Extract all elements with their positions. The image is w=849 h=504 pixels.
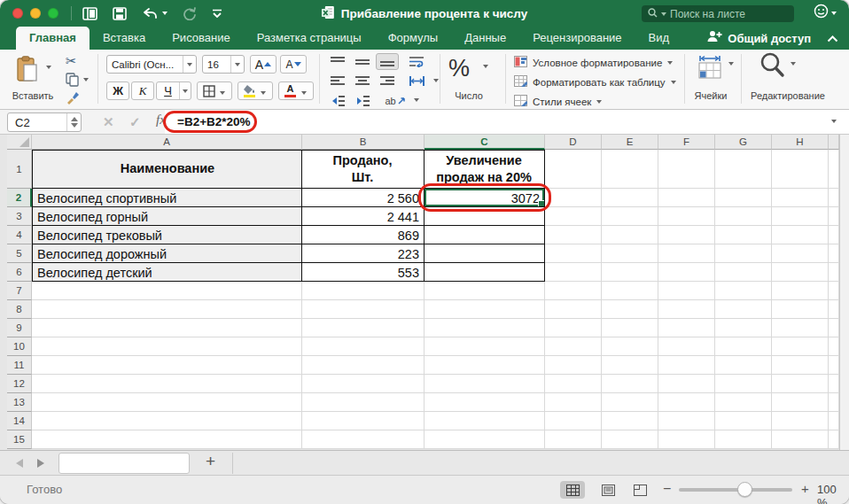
row-header-15[interactable]: 15 [7, 430, 32, 449]
cell-H8[interactable] [772, 300, 829, 319]
cell-C4[interactable] [424, 226, 545, 244]
workbook-icon[interactable] [82, 7, 97, 20]
cell-H10[interactable] [772, 337, 829, 356]
cell-E12[interactable] [602, 375, 658, 393]
cells-dropdown-icon[interactable] [728, 62, 734, 66]
paste-button[interactable] [11, 53, 43, 85]
enter-icon[interactable]: ✓ [129, 114, 141, 130]
bold-button[interactable]: Ж [106, 81, 129, 100]
normal-view-button[interactable] [560, 481, 585, 499]
row-header-9[interactable]: 9 [7, 319, 32, 337]
cell-F8[interactable] [658, 300, 715, 319]
cell-A2[interactable]: Велосипед спортивный [32, 189, 302, 207]
insert-function-icon[interactable]: fx [156, 112, 166, 128]
cell-H13[interactable] [772, 393, 829, 412]
wrap-text-button[interactable] [404, 53, 429, 70]
page-break-view-button[interactable] [627, 481, 652, 499]
select-all-corner[interactable] [7, 135, 32, 150]
cell-C8[interactable] [424, 300, 545, 319]
cell-E14[interactable] [602, 412, 658, 430]
cell-E11[interactable] [602, 356, 658, 375]
row-header-6[interactable]: 6 [7, 263, 32, 282]
merge-cells-button[interactable] [404, 73, 429, 89]
cell-G9[interactable] [715, 319, 772, 337]
feedback-control[interactable] [814, 4, 837, 22]
tab-3[interactable]: Разметка страницы [244, 27, 375, 50]
percent-style-button[interactable]: % [448, 55, 470, 82]
cell-G6[interactable] [715, 263, 772, 282]
borders-button[interactable] [197, 81, 232, 100]
zoom-slider-track[interactable] [679, 488, 792, 492]
format-as-table-button[interactable]: Форматировать как таблицу [514, 74, 676, 90]
cell-A4[interactable]: Велосипед трековый [32, 226, 302, 244]
cancel-icon[interactable]: ✕ [103, 114, 114, 130]
merge-dropdown-icon[interactable] [433, 79, 439, 82]
cell-A13[interactable] [32, 393, 302, 412]
tab-2[interactable]: Рисование [159, 27, 243, 50]
close-window-icon[interactable] [12, 8, 23, 19]
tab-1[interactable]: Вставка [90, 27, 159, 50]
cell-F5[interactable] [658, 244, 715, 263]
cell-C2[interactable]: 3072 [424, 189, 545, 207]
col-header-B[interactable]: B [302, 135, 424, 150]
col-header-A[interactable]: A [32, 135, 302, 150]
customize-toolbar-icon[interactable] [212, 9, 222, 18]
cell-B1[interactable]: Продано, Шт. [302, 150, 424, 189]
tab-6[interactable]: Рецензирование [519, 27, 635, 50]
cell-G10[interactable] [715, 337, 772, 356]
formula-input-area[interactable] [165, 110, 849, 134]
share-button[interactable]: Общий доступ [706, 30, 811, 46]
zoom-out-button[interactable]: − [663, 481, 671, 497]
col-header-C[interactable]: C [424, 135, 545, 150]
row-header-8[interactable]: 8 [7, 300, 32, 319]
cell-C5[interactable] [424, 244, 545, 263]
cell-D12[interactable] [545, 375, 602, 393]
zoom-slider-knob[interactable] [737, 482, 752, 497]
cell-E2[interactable] [602, 189, 658, 207]
cell-B11[interactable] [302, 356, 424, 375]
active-sheet-tab[interactable] [58, 453, 190, 474]
page-layout-view-button[interactable] [596, 481, 620, 499]
font-size-dropdown-icon[interactable] [230, 56, 244, 73]
cell-A15[interactable] [32, 430, 302, 449]
cell-D7[interactable] [545, 282, 602, 300]
tab-7[interactable]: Вид [635, 27, 683, 50]
row-header-1[interactable]: 1 [7, 150, 32, 189]
undo-icon[interactable] [142, 7, 158, 20]
cell-E7[interactable] [602, 282, 658, 300]
align-center-button[interactable] [351, 73, 374, 89]
cell-G8[interactable] [715, 300, 772, 319]
percent-dropdown-icon[interactable] [483, 65, 488, 68]
row-header-12[interactable]: 12 [7, 375, 32, 393]
cell-E13[interactable] [602, 393, 658, 412]
cell-G11[interactable] [715, 356, 772, 375]
align-bottom-button[interactable] [376, 53, 399, 70]
cell-B15[interactable] [302, 430, 424, 449]
paste-dropdown-icon[interactable] [46, 66, 51, 69]
cell-B6[interactable]: 553 [302, 263, 424, 282]
font-name-dropdown-icon[interactable] [183, 56, 196, 73]
cell-A6[interactable]: Велосипед детский [32, 263, 302, 282]
font-color-button[interactable]: А [278, 81, 314, 100]
cell-H9[interactable] [772, 319, 829, 337]
text-orientation-button[interactable]: ab [381, 92, 409, 109]
cell-F12[interactable] [658, 375, 715, 393]
cell-G15[interactable] [715, 430, 772, 449]
cell-D5[interactable] [545, 244, 602, 263]
cell-D2[interactable] [545, 189, 602, 207]
cell-F10[interactable] [658, 337, 715, 356]
cell-E6[interactable] [602, 263, 658, 282]
zoom-in-button[interactable]: + [801, 481, 809, 496]
formula-text[interactable]: =B2+B2*20% [177, 115, 251, 128]
cell-D10[interactable] [545, 337, 602, 356]
cell-G1[interactable] [715, 150, 772, 189]
cell-B4[interactable]: 869 [302, 226, 424, 244]
align-middle-button[interactable] [351, 53, 374, 70]
align-right-button[interactable] [376, 73, 399, 89]
cell-A10[interactable] [32, 337, 302, 356]
col-header-F[interactable]: F [658, 135, 715, 150]
font-name-select[interactable]: Calibri (Осн... [106, 55, 197, 74]
search-scope-dropdown-icon[interactable] [661, 12, 666, 16]
cell-C12[interactable] [424, 375, 545, 393]
cell-H4[interactable] [772, 226, 829, 244]
